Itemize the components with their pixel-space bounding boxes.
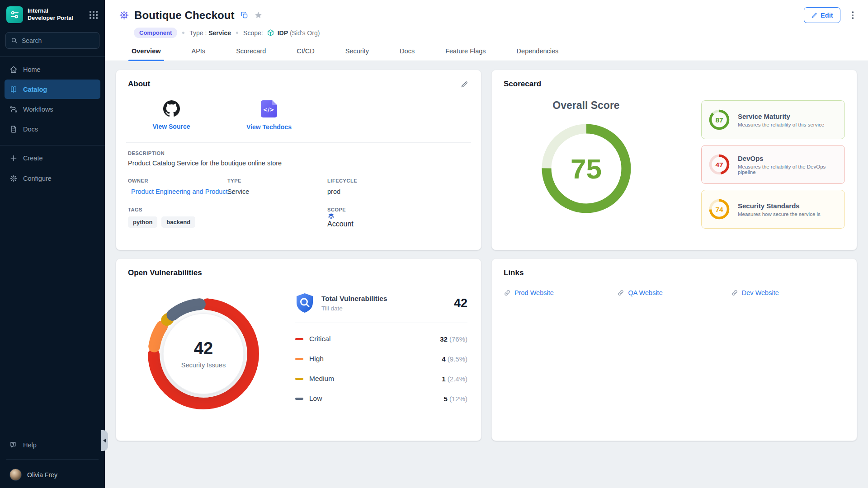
tab-scorecard[interactable]: Scorecard — [233, 45, 269, 61]
tab-cicd[interactable]: CI/CD — [293, 45, 317, 61]
scope-value: IDP — [278, 29, 288, 37]
sidebar-item-configure[interactable]: Configure — [5, 169, 100, 188]
scope-org: (Sid's Org) — [290, 29, 320, 37]
link-qa-website[interactable]: QA Website — [617, 289, 731, 296]
tab-feature-flags[interactable]: Feature Flags — [442, 45, 489, 61]
scorecard-card: Scorecard Overall Score 75 — [491, 70, 857, 250]
legend-row-critical: Critical 32 (76%) — [295, 335, 467, 343]
overall-score-donut: Overall Score 75 — [504, 90, 669, 229]
link-prod-website[interactable]: Prod Website — [504, 289, 617, 296]
search-input[interactable]: Search — [5, 32, 99, 49]
high-swatch — [295, 358, 303, 360]
chevron-left-icon — [103, 438, 106, 443]
score-item-service-maturity[interactable]: 87 Service Maturity Measures the reliabi… — [701, 100, 845, 139]
sidebar-item-label: Catalog — [23, 86, 47, 93]
divider — [0, 145, 105, 145]
tag-chip[interactable]: python — [128, 216, 157, 228]
scope-field: SCOPE Account — [327, 207, 469, 228]
low-swatch — [295, 398, 303, 400]
page-title: Boutique Checkout — [134, 9, 235, 22]
tab-dependencies[interactable]: Dependencies — [514, 45, 562, 61]
link-dev-website[interactable]: Dev Website — [731, 289, 844, 296]
star-icon[interactable] — [254, 11, 263, 19]
sidebar-item-label: Workflows — [23, 106, 53, 113]
critical-swatch — [295, 338, 303, 340]
main-area: Boutique Checkout Edit — [105, 0, 868, 488]
score-item-devops[interactable]: 47 DevOps Measures the reliability of th… — [701, 145, 845, 184]
tab-security[interactable]: Security — [342, 45, 372, 61]
kind-badge: Component — [134, 28, 177, 38]
links-heading: Links — [504, 268, 524, 277]
sidebar-item-label: Home — [23, 66, 41, 73]
score-list: 87 Service Maturity Measures the reliabi… — [669, 90, 845, 229]
description-value: Product Catalog Service for the boutique… — [128, 160, 469, 167]
divider — [126, 142, 471, 143]
apps-grid-icon[interactable] — [90, 11, 98, 19]
svg-text:47: 47 — [715, 161, 723, 169]
sidebar-item-catalog[interactable]: Catalog — [5, 80, 100, 99]
edit-button[interactable]: Edit — [804, 7, 840, 23]
shield-scan-icon — [295, 293, 314, 314]
owner-link[interactable]: Product Engineering and Product... — [131, 188, 233, 195]
app-root: Internal Developer Portal Search Home — [0, 0, 868, 488]
legend-row-high: High 4 (9.5%) — [295, 355, 467, 363]
vulnerabilities-donut-chart: 42 Security Issues — [140, 290, 267, 418]
plus-icon — [9, 154, 18, 162]
svg-text:87: 87 — [715, 116, 723, 124]
score-item-security-standards[interactable]: 74 Security Standards Measures how secur… — [701, 190, 845, 229]
content-grid: About View Source — [105, 61, 868, 488]
tags-field: TAGS python backend — [128, 207, 327, 228]
catalog-icon — [9, 85, 18, 94]
type-label: Type : — [189, 29, 207, 37]
type-value: Service — [208, 29, 231, 37]
home-icon — [9, 66, 18, 74]
divider — [6, 459, 99, 460]
tab-bar: Overview APIs Scorecard CI/CD Security D… — [128, 45, 855, 61]
description-label: DESCRIPTION — [128, 150, 469, 156]
tab-overview[interactable]: Overview — [128, 45, 164, 61]
sidebar: Internal Developer Portal Search Home — [0, 0, 105, 488]
help-icon — [9, 441, 18, 449]
lifecycle-field: LIFECYCLE prod — [327, 178, 469, 195]
cube-icon — [267, 29, 274, 37]
sidebar-collapse-handle[interactable] — [101, 430, 108, 451]
divider — [295, 323, 467, 323]
view-source-link[interactable]: View Source — [144, 100, 198, 131]
sidebar-item-docs[interactable]: Docs — [5, 119, 100, 139]
search-icon — [11, 37, 18, 44]
sidebar-item-home[interactable]: Home — [5, 60, 100, 79]
svg-text:</>: </> — [263, 107, 274, 113]
sidebar-item-label: Help — [23, 441, 37, 449]
vuln-total-center: 42 — [194, 339, 213, 358]
app-title: Internal Developer Portal — [28, 8, 85, 22]
gear-icon — [9, 174, 18, 183]
type-field: TYPE Service — [227, 178, 327, 195]
vulnerabilities-summary: Total Vulnerabilities Till date 42 Criti… — [295, 293, 467, 418]
entity-meta: Component Type : Service Scope: IDP (Sid… — [134, 28, 855, 38]
about-heading: About — [128, 80, 150, 89]
component-gear-icon — [118, 9, 130, 21]
sidebar-item-create[interactable]: Create — [5, 148, 100, 168]
about-edit-icon[interactable] — [459, 80, 469, 89]
layers-icon — [327, 212, 335, 220]
user-name: Olivia Frey — [27, 471, 57, 479]
divider — [0, 56, 105, 57]
overall-score-value: 75 — [538, 121, 634, 216]
sidebar-bottom: Help Olivia Frey — [0, 435, 105, 488]
sidebar-item-workflows[interactable]: Workflows — [5, 99, 100, 119]
link-icon — [617, 289, 624, 296]
workflows-icon — [9, 105, 18, 113]
sidebar-item-label: Configure — [23, 175, 52, 182]
scorecard-heading: Scorecard — [504, 80, 541, 89]
scope-label: Scope: — [243, 29, 263, 37]
tag-chip[interactable]: backend — [161, 216, 195, 228]
user-menu[interactable]: Olivia Frey — [0, 464, 105, 482]
copy-icon[interactable] — [241, 11, 248, 19]
more-options-icon[interactable] — [850, 9, 856, 21]
tab-apis[interactable]: APIs — [189, 45, 209, 61]
github-icon — [163, 100, 180, 117]
links-card: Links Prod Website — [491, 258, 857, 441]
tab-docs[interactable]: Docs — [396, 45, 418, 61]
view-techdocs-link[interactable]: </> View Techdocs — [242, 100, 296, 131]
sidebar-item-help[interactable]: Help — [5, 435, 100, 455]
